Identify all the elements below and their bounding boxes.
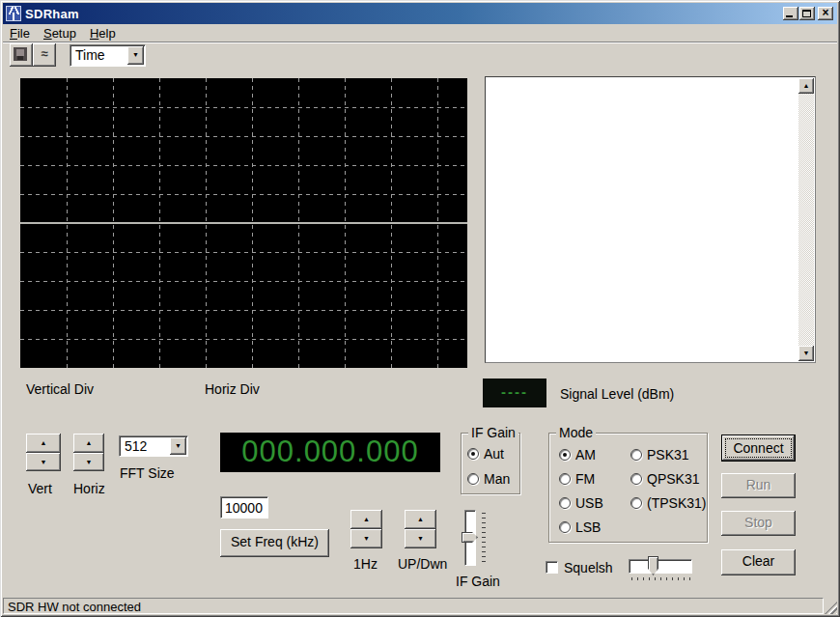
updwn-up-button[interactable]: ▲	[405, 510, 436, 529]
fft-size-combo[interactable]: 512 ▼	[119, 435, 188, 457]
squelsh-slider-track[interactable]	[629, 559, 692, 574]
squelsh-slider-ticks	[631, 577, 691, 580]
radio-fm[interactable]: FM	[559, 471, 595, 487]
status-text: SDR HW not connected	[3, 598, 824, 614]
radio-fm-label: FM	[575, 471, 595, 487]
frequency-display: 000.000.000	[220, 433, 440, 472]
one-hz-label: 1Hz	[353, 556, 378, 572]
radio-man-label: Man	[484, 471, 510, 487]
radio-am-label: AM	[575, 447, 596, 463]
down-arrow-icon: ▼	[803, 350, 810, 356]
vertical-div-label: Vertical Div	[26, 381, 94, 397]
radio-usb-label: USB	[575, 495, 603, 511]
down-arrow-icon: ▼	[417, 535, 424, 542]
set-freq-button[interactable]: Set Freq (kHz)	[220, 529, 329, 557]
save-icon	[14, 47, 27, 61]
fft-size-value: 512	[125, 438, 147, 454]
radio-button-icon	[630, 449, 642, 461]
minimize-icon	[786, 15, 793, 17]
statusbar: SDR HW not connected	[3, 596, 837, 614]
waveform-button[interactable]: ≈	[33, 43, 56, 67]
stop-button[interactable]: Stop	[721, 511, 796, 536]
if-gain-slider-label: IF Gain	[456, 574, 500, 589]
horiz-up-button[interactable]: ▲	[73, 434, 104, 453]
radio-lsb[interactable]: LSB	[559, 519, 601, 535]
updwn-label: UP/Dwn	[398, 556, 447, 572]
one-hz-spinner: ▲ ▼	[350, 510, 382, 548]
scroll-up-button[interactable]: ▲	[798, 78, 814, 94]
radio-tpsk31[interactable]: (TPSK31)	[630, 495, 706, 511]
up-arrow-icon: ▲	[86, 439, 93, 446]
app-window: SDRham × File Setup Help ≈ Time ▼ ▲ ▼ Ve…	[0, 0, 840, 617]
chevron-down-icon: ▼	[175, 442, 182, 449]
updwn-spinner: ▲ ▼	[405, 510, 436, 548]
horiz-div-spinner: ▲ ▼	[73, 434, 104, 471]
radio-aut[interactable]: Aut	[467, 446, 504, 462]
radio-button-icon	[559, 497, 571, 509]
display-mode-dropdown-button[interactable]: ▼	[127, 46, 144, 65]
radio-usb[interactable]: USB	[559, 495, 603, 511]
one-hz-up-button[interactable]: ▲	[350, 510, 382, 529]
vert-down-button[interactable]: ▼	[26, 453, 61, 472]
up-arrow-icon: ▲	[417, 516, 424, 522]
up-arrow-icon: ▲	[803, 82, 810, 89]
chevron-down-icon: ▼	[132, 51, 139, 58]
clear-button[interactable]: Clear	[721, 549, 796, 575]
radio-button-icon	[559, 473, 571, 485]
maximize-button[interactable]	[799, 7, 815, 20]
menubar: File Setup Help	[3, 24, 837, 42]
updwn-down-button[interactable]: ▼	[405, 529, 436, 548]
close-icon: ×	[818, 7, 833, 20]
app-antenna-icon	[6, 6, 21, 21]
squelsh-label: Squelsh	[564, 560, 613, 575]
display-mode-value: Time	[75, 47, 105, 63]
signal-level-value: ----	[501, 383, 528, 400]
log-panel[interactable]: ▲ ▼	[485, 76, 816, 363]
run-button[interactable]: Run	[721, 473, 796, 498]
save-button[interactable]	[10, 43, 33, 67]
fft-size-label: FFT Size	[120, 465, 175, 481]
scroll-down-button[interactable]: ▼	[798, 346, 814, 361]
mode-group: Mode AM FM USB LSB PSK31 QPSK31 (TPSK31)	[548, 433, 708, 543]
radio-man[interactable]: Man	[467, 471, 510, 487]
radio-button-icon	[630, 473, 642, 485]
fft-size-dropdown-button[interactable]: ▼	[170, 437, 186, 455]
radio-am[interactable]: AM	[559, 447, 596, 463]
menu-setup[interactable]: Setup	[37, 25, 83, 42]
titlebar[interactable]: SDRham ×	[3, 3, 837, 24]
vert-label: Vert	[28, 481, 52, 496]
log-scrollbar[interactable]: ▲ ▼	[798, 78, 814, 361]
vert-div-spinner: ▲ ▼	[26, 434, 61, 471]
horiz-down-button[interactable]: ▼	[73, 453, 104, 472]
display-mode-combo[interactable]: Time ▼	[70, 44, 146, 67]
frequency-input[interactable]	[220, 496, 268, 519]
radio-button-icon	[559, 449, 571, 461]
menu-help[interactable]: Help	[83, 25, 123, 42]
plot-area[interactable]	[20, 78, 467, 368]
menu-file[interactable]: File	[3, 25, 37, 42]
radio-button-icon	[630, 497, 642, 509]
window-title: SDRham	[25, 7, 79, 21]
close-button[interactable]: ×	[818, 7, 833, 20]
minimize-button[interactable]	[783, 7, 798, 20]
radio-button-icon	[467, 473, 479, 485]
down-arrow-icon: ▼	[363, 535, 370, 542]
if-gain-slider-ticks	[482, 513, 486, 564]
radio-button-icon	[559, 521, 571, 533]
resize-grip[interactable]	[825, 602, 837, 614]
maximize-icon	[802, 10, 811, 17]
connect-button[interactable]: Connect	[721, 435, 796, 462]
down-arrow-icon: ▼	[41, 459, 47, 465]
if-gain-group: IF Gain Aut Man	[461, 433, 520, 494]
one-hz-down-button[interactable]: ▼	[350, 529, 382, 548]
signal-level-display: ----	[483, 379, 546, 407]
if-gain-group-title: IF Gain	[468, 425, 518, 440]
radio-qpsk31[interactable]: QPSK31	[630, 471, 699, 487]
radio-tpsk31-label: (TPSK31)	[647, 495, 706, 511]
vert-up-button[interactable]: ▲	[26, 434, 61, 453]
menu-separator	[3, 42, 837, 43]
waveform-icon: ≈	[33, 43, 56, 67]
radio-psk31[interactable]: PSK31	[630, 447, 689, 463]
squelsh-checkbox[interactable]	[546, 561, 558, 574]
horiz-label: Horiz	[73, 481, 105, 496]
